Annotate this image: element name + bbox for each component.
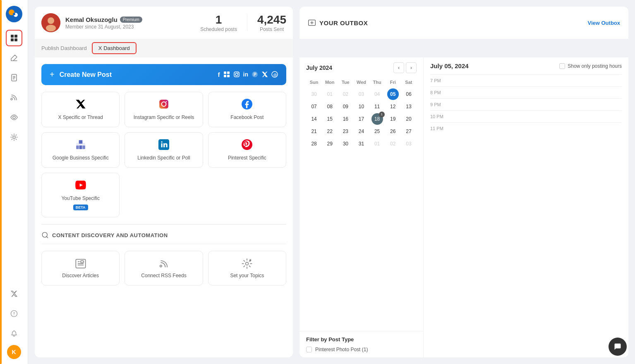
- cal-day-03-prev[interactable]: 03: [355, 88, 367, 100]
- cal-day-06[interactable]: 06: [403, 88, 415, 100]
- cal-day-31[interactable]: 31: [355, 138, 367, 150]
- cal-day-24[interactable]: 24: [355, 126, 367, 137]
- time-header: July 05, 2024 Show only posting hours: [430, 62, 622, 69]
- cal-day-02-next[interactable]: 02: [387, 138, 399, 150]
- next-month-button[interactable]: ›: [406, 62, 417, 73]
- threads-create-icon: @: [271, 71, 278, 78]
- day-sat: Sat: [401, 78, 417, 86]
- sent-stat: 4,245 Posts Sent: [257, 13, 286, 32]
- x-specific-card[interactable]: X Specific or Thread: [41, 92, 120, 127]
- app-logo[interactable]: [5, 5, 23, 23]
- cal-day-04-prev[interactable]: 04: [371, 88, 383, 100]
- x-dashboard-tab[interactable]: X Dashboard: [92, 42, 137, 54]
- pinterest-label: Pinterest Specific: [228, 155, 266, 161]
- cal-day-01-prev[interactable]: 01: [324, 88, 335, 100]
- help-chat-button[interactable]: [609, 338, 627, 356]
- day-sun: Sun: [306, 78, 322, 86]
- discover-articles-card[interactable]: Discover Articles: [41, 251, 120, 285]
- bell-icon[interactable]: [6, 325, 22, 342]
- calendar-week-1: 30 01 02 03 04 05 06: [306, 88, 417, 100]
- cal-day-10[interactable]: 10: [355, 101, 367, 112]
- filter-checkbox[interactable]: [306, 347, 312, 352]
- cal-day-27[interactable]: 27: [403, 126, 415, 137]
- rss-nav-icon[interactable]: [6, 89, 22, 106]
- cal-day-12[interactable]: 12: [387, 101, 399, 112]
- user-avatar-nav[interactable]: K: [7, 345, 21, 359]
- edit-icon[interactable]: [6, 50, 22, 66]
- cal-day-30-prev[interactable]: 30: [308, 88, 320, 100]
- cal-day-29[interactable]: 29: [324, 138, 335, 150]
- outbox-content: July 2024 ‹ › Sun Mon: [300, 57, 628, 357]
- calendar-week-3: 14 15 16 17 18 1 19 20: [306, 113, 417, 125]
- beta-badge: BETA: [73, 205, 88, 210]
- youtube-card[interactable]: YouTube Specific BETA: [41, 173, 120, 217]
- filter-pinterest-item[interactable]: Pinterest Photo Post (1): [306, 347, 417, 352]
- google-business-label: Google Business Specific: [53, 155, 109, 161]
- cal-day-07[interactable]: 07: [308, 101, 320, 112]
- left-navigation: K: [0, 0, 28, 364]
- cal-day-26[interactable]: 26: [387, 126, 399, 137]
- outbox-title: YOUR OUTBOX: [308, 19, 368, 27]
- set-topics-card[interactable]: Set your Topics: [208, 251, 286, 285]
- svg-rect-25: [234, 72, 239, 77]
- info-icon[interactable]: [6, 305, 22, 322]
- cal-day-01-next[interactable]: 01: [371, 138, 383, 150]
- prev-month-button[interactable]: ‹: [393, 62, 404, 73]
- cal-day-19[interactable]: 19: [387, 113, 399, 125]
- settings-icon[interactable]: [6, 129, 22, 145]
- twitter-nav-icon[interactable]: [6, 285, 22, 302]
- scheduled-value: 1: [200, 13, 237, 26]
- svg-rect-32: [159, 100, 168, 109]
- calendar-nav-buttons: ‹ ›: [393, 62, 417, 73]
- cal-day-11[interactable]: 11: [371, 101, 383, 112]
- eye-icon[interactable]: [6, 109, 22, 126]
- cal-day-03-next[interactable]: 03: [403, 138, 415, 150]
- svg-rect-22: [227, 71, 230, 74]
- time-label-7pm: 7 PM: [430, 78, 447, 83]
- cal-day-14[interactable]: 14: [308, 113, 320, 125]
- linkedin-create-icon: in: [243, 71, 248, 78]
- day-fri: Fri: [385, 78, 401, 86]
- svg-point-13: [13, 136, 15, 138]
- selected-date-label: July 05, 2024: [430, 62, 469, 69]
- cal-day-13[interactable]: 13: [403, 101, 415, 112]
- grid-icon[interactable]: [6, 30, 22, 46]
- cal-day-28[interactable]: 28: [308, 138, 320, 150]
- scheduled-stat: 1 Scheduled posts: [200, 13, 237, 32]
- time-label-9pm: 9 PM: [430, 102, 447, 107]
- rss-icon: [158, 258, 170, 269]
- facebook-card[interactable]: Facebook Post: [208, 92, 286, 127]
- user-info: Kemal Oksuzoglu Premium Member since 31 …: [65, 16, 142, 30]
- pinterest-card[interactable]: Pinterest Specific: [208, 132, 286, 168]
- cal-day-22[interactable]: 22: [324, 126, 335, 137]
- calendar-grid: Sun Mon Tue Wed Thu Fri Sat 30: [306, 78, 417, 150]
- posting-hours-checkbox[interactable]: [559, 63, 565, 69]
- cal-day-16[interactable]: 16: [340, 113, 351, 125]
- cal-day-17[interactable]: 17: [355, 113, 367, 125]
- cal-day-05-today[interactable]: 05: [387, 88, 399, 100]
- cal-day-25[interactable]: 25: [371, 126, 383, 137]
- cal-day-21[interactable]: 21: [308, 126, 320, 137]
- publish-dashboard-label: Publish Dashboard: [41, 45, 87, 51]
- facebook-icon: [242, 99, 252, 111]
- google-business-card[interactable]: Google Business Specific: [41, 132, 120, 168]
- cal-day-09[interactable]: 09: [340, 101, 351, 112]
- svg-point-16: [14, 314, 14, 315]
- linkedin-card[interactable]: Linkedin Specific or Poll: [125, 132, 203, 168]
- cal-day-02-prev[interactable]: 02: [340, 88, 351, 100]
- cal-day-23[interactable]: 23: [340, 126, 351, 137]
- cal-day-15[interactable]: 15: [324, 113, 335, 125]
- facebook-label: Facebook Post: [230, 114, 264, 120]
- connect-rss-card[interactable]: Connect RSS Feeds: [125, 251, 203, 285]
- calendar-month-year: July 2024: [306, 64, 332, 71]
- document-icon[interactable]: [6, 69, 22, 86]
- svg-rect-6: [11, 38, 14, 41]
- cal-day-30[interactable]: 30: [340, 138, 351, 150]
- newspaper-icon: [75, 258, 86, 269]
- cal-day-20[interactable]: 20: [403, 113, 415, 125]
- cal-day-18[interactable]: 18 1: [371, 113, 383, 125]
- create-post-button[interactable]: + Create New Post f: [41, 64, 286, 85]
- view-outbox-link[interactable]: View Outbox: [588, 20, 621, 26]
- cal-day-08[interactable]: 08: [324, 101, 335, 112]
- instagram-card[interactable]: Instagram Specific or Reels: [125, 92, 203, 127]
